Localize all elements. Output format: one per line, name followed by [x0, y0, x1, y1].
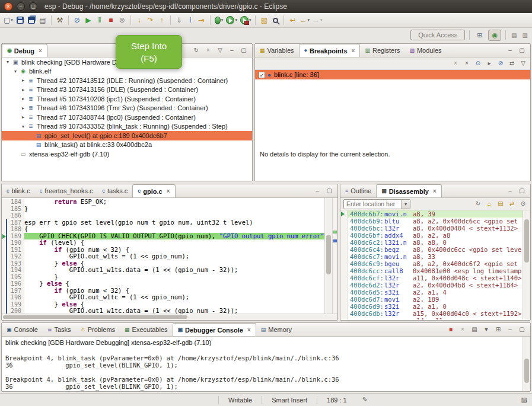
- clear-console-button[interactable]: ▤: [470, 327, 479, 333]
- maximize-button[interactable]: ▢: [325, 188, 333, 194]
- back-button[interactable]: ←▾: [298, 14, 311, 26]
- debug-tree-item[interactable]: ▤blink_task() at blink.c:33 0x400dbc2a: [2, 140, 252, 150]
- save-button[interactable]: [15, 14, 26, 26]
- minimized-view-2-button[interactable]: ▥: [521, 31, 529, 39]
- scrollbar-thumb[interactable]: [524, 359, 529, 383]
- go-to-file-button[interactable]: ▸: [485, 60, 493, 66]
- new-c-file-button[interactable]: ▨: [259, 14, 269, 26]
- editor-horizontal-scrollbar[interactable]: [2, 314, 337, 320]
- twisty-icon[interactable]: ▸: [20, 96, 27, 101]
- overview-ruler[interactable]: [332, 198, 337, 314]
- build-button[interactable]: ⚒: [55, 14, 65, 26]
- remove-all-terminated-button[interactable]: ×: [204, 47, 212, 53]
- disassembly-line[interactable]: 400dc6d2:l32ra2, 0x400d04b8 <_stext+1184…: [340, 282, 523, 289]
- resume-button[interactable]: ▶: [83, 14, 94, 26]
- close-tab-icon[interactable]: ×: [167, 188, 170, 194]
- view-menu-button[interactable]: ▽: [519, 60, 527, 66]
- scrollbar-thumb[interactable]: [524, 219, 529, 263]
- home-button[interactable]: ⌂: [485, 201, 493, 207]
- scrollbar-thumb[interactable]: [326, 235, 331, 274]
- quick-access-button[interactable]: Quick Access: [410, 30, 465, 40]
- console-scrollbar[interactable]: [523, 337, 530, 391]
- debug-tree-item[interactable]: ▸≣Thread #5 1073410208 (ipc1) (Suspended…: [2, 94, 252, 104]
- track-expression-button[interactable]: ⊙: [519, 201, 527, 207]
- minimized-view-1-button[interactable]: ▤: [510, 31, 518, 39]
- debug-tree-item[interactable]: ▸≣Thread #2 1073413512 (IDLE : Running) …: [2, 76, 252, 85]
- tab-variables[interactable]: ▦Variables: [255, 44, 299, 57]
- use-step-filters-button[interactable]: ⇥: [196, 14, 207, 26]
- code-editor[interactable]: 184 return ESP_OK;185}186187esp_err_t gp…: [2, 198, 324, 314]
- disassembly-line[interactable]: 400dc6b9:bltua8, a2, 0x400dc6cc <gpio_se…: [340, 218, 523, 225]
- tab-modules[interactable]: ▧Modules: [404, 44, 446, 57]
- minimize-button[interactable]: –: [313, 188, 321, 194]
- tab-freertos-hooks-c[interactable]: cfreertos_hooks.c: [35, 184, 98, 197]
- debug-tree-item[interactable]: ▤gpio_set_level() at gpio.c:189 0x400dc6…: [2, 131, 252, 140]
- maximize-button[interactable]: ▢: [518, 327, 526, 333]
- tab-console[interactable]: ▣Console: [2, 323, 43, 336]
- tab-debug[interactable]: ◉Debug×: [2, 44, 47, 57]
- breakpoint-item[interactable]: ✓ ● blink.c [line: 36]: [255, 70, 530, 79]
- step-return-button[interactable]: ↑: [157, 14, 167, 26]
- restart-button[interactable]: ↻: [192, 47, 200, 53]
- sync-with-pc-button[interactable]: ⇄: [508, 201, 516, 207]
- tab-tasks[interactable]: ≣Tasks: [43, 323, 76, 336]
- print-button[interactable]: ▤: [37, 14, 48, 26]
- minimize-button[interactable]: –: [228, 47, 236, 53]
- debug-perspective-button[interactable]: ◉: [488, 30, 501, 41]
- maximize-button[interactable]: ▢: [240, 47, 248, 53]
- debug-tree-item[interactable]: ▾≣Thread #9 1073433352 (blink_task : Run…: [2, 122, 252, 132]
- minimize-button[interactable]: –: [506, 47, 514, 53]
- remove-all-breakpoints-button[interactable]: ×: [463, 60, 471, 66]
- close-tab-icon[interactable]: ×: [433, 188, 437, 194]
- debug-tree-item[interactable]: ▸≣Thread #7 1073408744 (ipc0) (Suspended…: [2, 113, 252, 122]
- window-maximize-button[interactable]: ◻: [29, 2, 37, 11]
- twisty-icon[interactable]: ▸: [20, 78, 27, 83]
- close-tab-icon[interactable]: ×: [39, 47, 42, 54]
- last-edit-location-button[interactable]: ↩: [287, 14, 298, 26]
- tab-debugger-console[interactable]: ▣Debugger Console×: [173, 323, 256, 336]
- twisty-icon[interactable]: ▸: [20, 87, 27, 92]
- disassembly-line[interactable]: 400dc6cf:l32ra11, 0x400d048c <_stext+114…: [340, 274, 523, 282]
- location-input[interactable]: [344, 200, 401, 209]
- disassembly-line[interactable]: 400dc6bf:addx4a8, a2, a8: [340, 232, 523, 239]
- tab-tasks-c[interactable]: ctasks.c: [98, 184, 133, 197]
- link-with-debug-view-button[interactable]: ⇄: [508, 60, 516, 66]
- suspend-button[interactable]: ‖: [94, 14, 105, 26]
- save-all-button[interactable]: [26, 14, 37, 26]
- debug-tree-item[interactable]: ▸≣Thread #3 1073413156 (IDLE) (Suspended…: [2, 85, 252, 95]
- disassembly-line[interactable]: 400dc6cc:call80x40081e00 <esp_log_timest…: [340, 267, 523, 274]
- breakpoint-checkbox[interactable]: ✓: [259, 72, 265, 78]
- step-into-button[interactable]: ↓: [134, 14, 145, 26]
- terminate-button[interactable]: ■: [106, 14, 116, 26]
- disassembly-line[interactable]: 400dc6d5:s32ia2, a1, 4: [340, 289, 523, 296]
- scrollbar-thumb[interactable]: [3, 315, 187, 319]
- tab-outline[interactable]: ≡Outline: [340, 184, 376, 197]
- skip-all-breakpoints-button[interactable]: ⊘: [496, 60, 505, 66]
- view-menu-button[interactable]: ▽: [216, 47, 224, 53]
- tab-disassembly[interactable]: ▩Disassembly×: [376, 184, 442, 197]
- forward-button[interactable]: →▾: [311, 14, 324, 26]
- twisty-icon[interactable]: ▾: [20, 124, 27, 129]
- twisty-icon[interactable]: ▸: [20, 106, 27, 111]
- debug-button[interactable]: ▾: [214, 14, 225, 26]
- maximize-button[interactable]: ▢: [518, 47, 526, 53]
- debug-tree-item[interactable]: ▭xtensa-esp32-elf-gdb (7.10): [2, 149, 252, 159]
- twisty-icon[interactable]: ▸: [20, 114, 27, 120]
- console-output[interactable]: Breakpoint 4, blink_task (pvParameter=0x…: [2, 347, 530, 390]
- minimize-button[interactable]: –: [506, 188, 514, 194]
- show-supported-breakpoints-button[interactable]: ⊙: [474, 60, 482, 66]
- tab-blink-c[interactable]: cblink.c: [2, 184, 35, 197]
- skip-all-breakpoints-button[interactable]: ⊘: [72, 14, 82, 26]
- disassembly-line[interactable]: mov.na14, a11: [340, 317, 523, 319]
- new-wizard-button[interactable]: ▢▾: [2, 14, 14, 26]
- close-tab-icon[interactable]: ×: [352, 47, 355, 54]
- trim-grip-icon[interactable]: ▨: [521, 396, 527, 404]
- instruction-stepping-button[interactable]: i: [185, 14, 196, 26]
- disassembly-line[interactable]: 400dc6c4:beqza8, 0x400dc6cc <gpio_set_le…: [340, 246, 523, 253]
- external-tools-button[interactable]: ▾: [239, 14, 253, 26]
- window-minimize-button[interactable]: –: [17, 2, 25, 11]
- maximize-button[interactable]: ▢: [518, 188, 526, 194]
- run-button[interactable]: ▾: [225, 14, 238, 26]
- location-combo[interactable]: ▾: [343, 199, 410, 209]
- search-button[interactable]: [270, 14, 281, 26]
